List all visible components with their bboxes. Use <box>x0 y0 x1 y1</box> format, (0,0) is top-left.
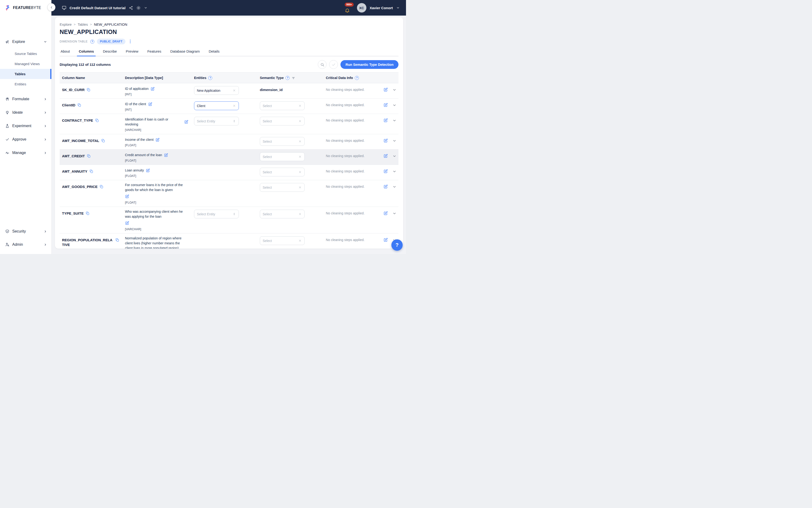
entity-select-dropdown[interactable]: Select Entity <box>194 210 239 218</box>
tab-describe[interactable]: Describe <box>102 47 117 56</box>
filter-icon[interactable] <box>291 76 296 80</box>
tab-features[interactable]: Features <box>147 47 162 56</box>
edit-lg-icon[interactable] <box>384 118 388 123</box>
edit-lg-icon[interactable] <box>384 103 388 107</box>
tab-preview[interactable]: Preview <box>126 47 139 56</box>
sidebar-item-source-tables[interactable]: Source Tables <box>0 49 51 59</box>
copy-icon[interactable] <box>87 88 91 92</box>
edit-lg-icon[interactable] <box>384 211 388 216</box>
help-icon[interactable]: ? <box>208 76 212 80</box>
copy-icon[interactable] <box>87 154 91 158</box>
edit-lg-icon[interactable] <box>384 169 388 174</box>
edit-icon[interactable] <box>146 168 150 173</box>
sidebar-item-approve[interactable]: Approve <box>0 136 51 143</box>
tab-about[interactable]: About <box>60 47 70 56</box>
close-icon[interactable] <box>298 212 302 216</box>
brand-name: FEATUREBYTE <box>13 6 41 10</box>
tab-database-diagram[interactable]: Database Diagram <box>170 47 200 56</box>
copy-icon[interactable] <box>101 139 105 143</box>
confirm-button[interactable] <box>329 60 338 69</box>
sidebar-item-formulate[interactable]: Formulate <box>0 95 51 102</box>
edit-lg-icon[interactable] <box>384 184 388 189</box>
semantic-type-select[interactable]: Select <box>260 168 305 176</box>
search-button[interactable] <box>318 60 326 69</box>
edit-lg-icon[interactable] <box>384 154 388 158</box>
edit-icon[interactable] <box>184 120 188 124</box>
entity-chip[interactable]: Client <box>194 101 239 110</box>
sidebar-item-entities[interactable]: Entities <box>0 79 51 89</box>
row-expand-chevron-icon[interactable] <box>392 154 397 158</box>
entity-select-dropdown[interactable]: Select Entity <box>194 117 239 125</box>
edit-lg-icon[interactable] <box>384 87 388 92</box>
share-icon[interactable] <box>129 6 133 10</box>
user-menu-chevron-down-icon[interactable] <box>396 6 400 10</box>
sidebar-item-explore[interactable]: Explore <box>0 38 51 45</box>
edit-icon[interactable] <box>150 87 155 91</box>
row-expand-chevron-icon[interactable] <box>392 169 397 174</box>
column-name: TYPE_SUITE <box>62 211 84 216</box>
tab-columns[interactable]: Columns <box>78 47 94 56</box>
row-expand-chevron-icon[interactable] <box>392 88 397 92</box>
help-button[interactable]: ? <box>391 239 403 251</box>
status-badge: PUBLIC_DRAFT <box>97 39 126 44</box>
gear-icon[interactable] <box>136 6 141 10</box>
copy-icon[interactable] <box>99 185 103 189</box>
edit-icon[interactable] <box>125 221 129 225</box>
edit-icon[interactable] <box>164 153 168 157</box>
semantic-type-select[interactable]: Select <box>260 210 305 218</box>
close-icon[interactable] <box>298 119 302 123</box>
copy-icon[interactable] <box>86 211 90 215</box>
edit-icon[interactable] <box>155 138 160 142</box>
sidebar-item-security[interactable]: Security <box>0 225 51 238</box>
row-expand-chevron-icon[interactable] <box>392 118 397 123</box>
close-icon[interactable] <box>298 239 302 243</box>
sidebar-item-tables[interactable]: Tables <box>0 69 51 79</box>
notifications-button[interactable]: 999+ <box>344 3 352 13</box>
row-expand-chevron-icon[interactable] <box>392 103 397 107</box>
semantic-type-select[interactable]: Select <box>260 101 305 110</box>
close-icon[interactable] <box>298 155 302 159</box>
edit-icon[interactable] <box>148 102 152 107</box>
row-expand-chevron-icon[interactable] <box>392 139 397 143</box>
sidebar-collapse-button[interactable] <box>47 3 55 11</box>
copy-icon[interactable] <box>89 169 93 173</box>
help-icon[interactable]: ? <box>285 76 289 80</box>
copy-icon[interactable] <box>95 118 99 122</box>
row-expand-chevron-icon[interactable] <box>392 185 397 189</box>
project-chevron-down-icon[interactable] <box>144 6 148 10</box>
close-icon[interactable] <box>232 104 236 108</box>
semantic-type-select[interactable]: Select <box>260 183 305 192</box>
table-type-label: DIMENSION TABLE <box>60 40 88 43</box>
edit-icon[interactable] <box>125 194 129 199</box>
semantic-type-select[interactable]: Select <box>260 117 305 125</box>
sidebar-item-managed-views[interactable]: Managed Views <box>0 59 51 69</box>
run-semantic-type-detection-button[interactable]: Run Semantic Type Detection <box>341 60 399 69</box>
sidebar-item-admin[interactable]: Admin <box>0 238 51 251</box>
table-type-help-icon[interactable]: ? <box>90 40 94 44</box>
critical-data-info: No cleaning steps applied. <box>323 167 379 173</box>
close-icon[interactable] <box>232 89 236 92</box>
sidebar-item-ideate[interactable]: Ideate <box>0 109 51 116</box>
semantic-type-select[interactable]: Select <box>260 236 305 245</box>
breadcrumb-tables[interactable]: Tables <box>78 23 88 27</box>
semantic-type-select[interactable]: Select <box>260 152 305 161</box>
semantic-type-value: dimension_id <box>260 86 283 92</box>
close-icon[interactable] <box>298 140 302 143</box>
close-icon[interactable] <box>298 170 302 174</box>
edit-lg-icon[interactable] <box>384 238 388 242</box>
avatar[interactable]: XC <box>357 3 366 12</box>
close-icon[interactable] <box>298 104 302 108</box>
help-icon[interactable]: ? <box>355 76 359 80</box>
semantic-type-select[interactable]: Select <box>260 137 305 146</box>
copy-icon[interactable] <box>115 238 119 242</box>
breadcrumb-explore[interactable]: Explore <box>60 23 72 27</box>
entity-chip[interactable]: New Application <box>194 86 239 95</box>
kebab-menu-icon[interactable]: ⋮ <box>128 40 132 43</box>
sidebar-item-manage[interactable]: Manage <box>0 149 51 156</box>
row-expand-chevron-icon[interactable] <box>392 211 397 216</box>
edit-lg-icon[interactable] <box>384 138 388 143</box>
copy-icon[interactable] <box>77 103 81 107</box>
close-icon[interactable] <box>298 185 302 189</box>
sidebar-item-experiment[interactable]: Experiment <box>0 122 51 129</box>
tab-details[interactable]: Details <box>208 47 220 56</box>
